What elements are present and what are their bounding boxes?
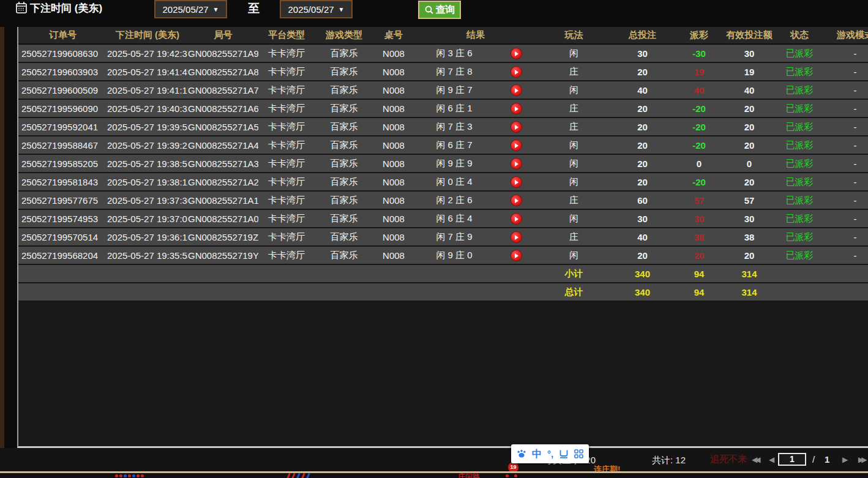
column-header: 状态 xyxy=(775,27,824,44)
play-video-icon[interactable] xyxy=(511,140,522,151)
play-video-icon[interactable] xyxy=(511,48,522,59)
cell-game-mode: - xyxy=(824,246,868,264)
date-from-select[interactable]: 2025/05/27 ▼ xyxy=(154,0,227,18)
cell-status: 已派彩 xyxy=(775,191,824,209)
cell-result: 闲 2 庄 6 xyxy=(414,191,495,209)
cell-game-mode: - xyxy=(824,173,868,191)
play-video-icon[interactable] xyxy=(511,103,522,114)
cell-valid-bet: 20 xyxy=(724,136,775,154)
cell-table-no: N008 xyxy=(373,191,414,209)
page-input[interactable]: 1 xyxy=(778,453,806,466)
cell-valid-bet: 20 xyxy=(724,118,775,136)
cell-valid-bet: 19 xyxy=(724,62,775,81)
summary-cell-result xyxy=(414,283,495,301)
cell-total-bet: 40 xyxy=(610,81,675,99)
cell-platform: 卡卡湾厅 xyxy=(258,44,315,62)
cell-round-id: GN008255271A5 xyxy=(188,118,258,136)
cell-game-mode: - xyxy=(824,136,868,154)
cell-valid-bet: 20 xyxy=(724,246,775,264)
roadmap-slash xyxy=(291,473,296,478)
summary-cell-valid-bet: 314 xyxy=(724,283,775,301)
summary-cell-status xyxy=(775,264,824,283)
play-video-icon[interactable] xyxy=(511,122,522,132)
cell-bet-time: 2025-05-27 19:39:21 xyxy=(107,136,188,154)
summary-cell-replay xyxy=(495,283,537,301)
cell-order-id: 250527199574953 xyxy=(18,209,107,228)
last-page-icon[interactable]: ▶▶ xyxy=(858,456,864,463)
cell-round-id: GN008255271A1 xyxy=(188,191,258,209)
play-triangle-icon xyxy=(515,253,518,258)
cell-play: 闲 xyxy=(537,44,610,62)
cell-status: 已派彩 xyxy=(775,99,824,118)
cell-result: 闲 6 庄 4 xyxy=(414,209,495,228)
cell-result: 闲 9 庄 7 xyxy=(414,81,495,99)
cell-bet-time: 2025-05-27 19:35:53 xyxy=(107,246,188,264)
next-page-icon[interactable]: ▶ xyxy=(842,456,848,463)
cell-bet-time: 2025-05-27 19:39:55 xyxy=(107,118,188,136)
play-video-icon[interactable] xyxy=(511,250,522,261)
cell-order-id: 250527199608630 xyxy=(18,44,107,62)
roadmap-slash xyxy=(286,473,291,478)
cell-platform: 卡卡湾厅 xyxy=(258,191,315,209)
cell-platform: 卡卡湾厅 xyxy=(258,118,315,136)
cell-platform: 卡卡湾厅 xyxy=(258,154,315,173)
cell-status: 已派彩 xyxy=(775,154,824,173)
ime-toolbar: 中 °, xyxy=(511,444,589,463)
roadmap-dot xyxy=(119,474,122,477)
play-video-icon[interactable] xyxy=(511,177,522,187)
cell-status: 已派彩 xyxy=(775,209,824,228)
cell-order-id: 250527199581843 xyxy=(18,173,107,191)
play-video-icon[interactable] xyxy=(511,214,522,224)
ime-chinese-mode-icon[interactable]: 中 xyxy=(532,449,542,459)
cell-status: 已派彩 xyxy=(775,62,824,81)
column-header: 派彩 xyxy=(675,27,724,44)
cell-game-mode: - xyxy=(824,118,868,136)
cell-game-type: 百家乐 xyxy=(315,99,373,118)
query-button[interactable]: 查询 xyxy=(418,1,461,19)
cell-payout: -20 xyxy=(675,118,724,136)
cell-order-id: 250527199568204 xyxy=(18,246,107,264)
play-video-icon[interactable] xyxy=(511,195,522,206)
summary-cell-platform xyxy=(258,264,315,283)
cell-total-bet: 20 xyxy=(610,99,675,118)
roadmap-slash xyxy=(301,473,305,478)
cell-result: 闲 7 庄 9 xyxy=(414,228,495,246)
play-triangle-icon xyxy=(515,143,518,148)
column-header: 平台类型 xyxy=(258,27,315,44)
play-triangle-icon xyxy=(515,217,518,222)
cell-game-mode: - xyxy=(824,228,868,246)
first-page-icon[interactable]: ◀◀ xyxy=(752,456,758,463)
cell-result: 闲 6 庄 1 xyxy=(414,99,495,118)
cell-replay xyxy=(495,154,537,173)
total-row: 总计34094314 xyxy=(18,283,868,301)
cell-bet-time: 2025-05-27 19:37:30 xyxy=(107,191,188,209)
search-icon xyxy=(424,5,434,15)
column-header: 总投注 xyxy=(610,27,675,44)
cell-table-no: N008 xyxy=(373,62,414,81)
ime-grid-panel-icon[interactable] xyxy=(574,449,583,458)
play-triangle-icon xyxy=(515,88,518,93)
cell-play: 闲 xyxy=(537,81,610,99)
cell-result: 闲 9 庄 0 xyxy=(414,246,495,264)
cell-play: 闲 xyxy=(537,136,610,154)
date-to-select[interactable]: 2025/05/27 ▼ xyxy=(280,0,353,18)
ime-logo-paw-icon[interactable] xyxy=(517,449,526,458)
cell-replay xyxy=(495,191,537,209)
cell-bet-time: 2025-05-27 19:41:17 xyxy=(107,81,188,99)
play-video-icon[interactable] xyxy=(511,159,522,169)
query-button-label: 查询 xyxy=(436,4,455,17)
cell-bet-time: 2025-05-27 19:38:12 xyxy=(107,173,188,191)
play-video-icon[interactable] xyxy=(511,67,522,77)
road-label-fragment: 庄问路 xyxy=(458,473,480,478)
play-video-icon[interactable] xyxy=(511,232,522,242)
cell-result: 闲 3 庄 6 xyxy=(414,44,495,62)
ime-clipboard-icon[interactable] xyxy=(559,449,569,458)
cell-status: 已派彩 xyxy=(775,246,824,264)
prev-page-icon[interactable]: ◀ xyxy=(769,456,774,463)
play-video-icon[interactable] xyxy=(511,85,522,95)
ime-punctuation-icon[interactable]: °, xyxy=(547,449,553,458)
roadmap-dot xyxy=(124,474,127,477)
cell-replay xyxy=(495,246,537,264)
roadmap-dot xyxy=(128,474,131,477)
cell-payout: -20 xyxy=(675,99,724,118)
